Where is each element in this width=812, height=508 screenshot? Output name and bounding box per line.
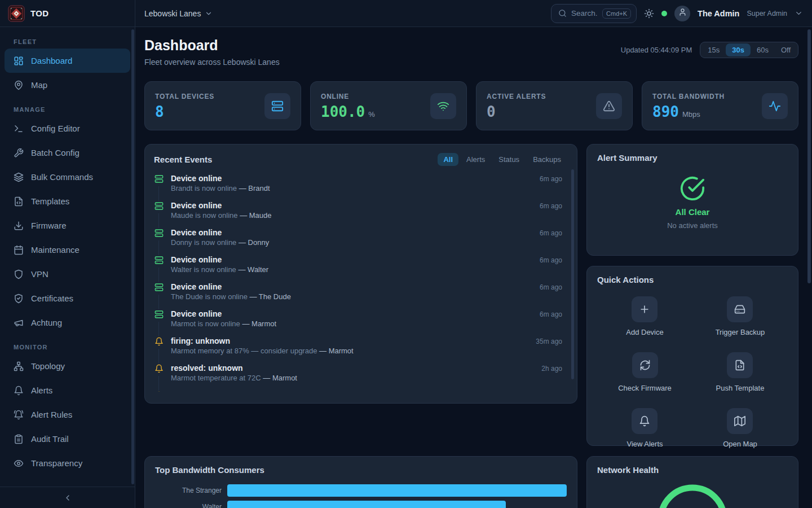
activity-icon: [762, 93, 788, 119]
event-description: Marmot is now online — Marmot: [171, 319, 276, 328]
quick-action-open-map[interactable]: Open Map: [723, 408, 757, 448]
network-health-title: Network Health: [597, 465, 659, 475]
stat-label: TOTAL DEVICES: [155, 93, 214, 100]
refresh-option-15s[interactable]: 15s: [701, 43, 726, 56]
event-row[interactable]: Device online 6m ago Maude is now online…: [154, 201, 569, 228]
stat-label: ACTIVE ALERTS: [487, 93, 546, 100]
event-row[interactable]: Device online 6m ago The Dude is now onl…: [154, 282, 569, 309]
events-list: Device online 6m ago Brandt is now onlin…: [154, 174, 569, 392]
quick-action-push-template[interactable]: Push Template: [716, 352, 765, 392]
refresh-option-30s[interactable]: 30s: [726, 43, 751, 56]
bell-ring-icon: [14, 410, 24, 420]
sidebar-item-firmware[interactable]: Firmware: [5, 213, 130, 238]
refresh-interval-control: 15s 30s 60s Off: [700, 42, 798, 58]
sidebar-item-batch-config[interactable]: Batch Config: [5, 141, 130, 165]
sidebar-item-label: Templates: [31, 196, 69, 206]
stat-label: TOTAL BANDWIDTH: [652, 93, 725, 100]
event-row[interactable]: firing: unknown 35m ago Marmot memory at…: [154, 336, 569, 364]
event-time: 6m ago: [540, 310, 562, 318]
recent-events-title: Recent Events: [154, 155, 212, 164]
theme-toggle-sun-icon[interactable]: [644, 8, 654, 19]
events-tab-alerts[interactable]: Alerts: [461, 153, 491, 166]
event-row[interactable]: Device online 6m ago Marmot is now onlin…: [154, 309, 569, 336]
quick-action-label: Trigger Backup: [716, 328, 765, 336]
terminal-icon: [14, 124, 24, 134]
network-health-panel: Network Health 100: [586, 456, 798, 508]
event-time: 35m ago: [536, 338, 562, 345]
sidebar-item-label: Dashboard: [31, 56, 72, 65]
sidebar-scrollbar[interactable]: [131, 29, 134, 484]
sidebar-item-label: Maintenance: [31, 245, 80, 255]
check-circle-icon: [679, 176, 705, 202]
user-menu-chevron-down-icon[interactable]: [795, 9, 803, 17]
sidebar-item-achtung[interactable]: Achtung: [5, 310, 130, 335]
event-row[interactable]: Device online 6m ago Brandt is now onlin…: [154, 174, 569, 201]
event-title: Device online: [171, 201, 222, 210]
quick-action-label: View Alerts: [626, 440, 663, 448]
event-description: Marmot temperature at 72C — Marmot: [171, 374, 297, 382]
server-icon: [155, 256, 164, 265]
sidebar-item-audit-trail[interactable]: Audit Trail: [5, 427, 130, 451]
events-tab-status[interactable]: Status: [493, 153, 525, 166]
event-row[interactable]: Device online 6m ago Walter is now onlin…: [154, 255, 569, 282]
quick-action-view-alerts[interactable]: View Alerts: [626, 408, 663, 448]
sidebar: FLEET Dashboard Map MANAGE: [0, 27, 135, 508]
bell-icon: [632, 408, 657, 434]
sidebar-item-transparency[interactable]: Transparency: [5, 451, 130, 475]
events-scrollbar[interactable]: [571, 169, 574, 379]
sidebar-collapse-chevron-left-icon[interactable]: [63, 493, 72, 502]
wrench-icon: [14, 148, 24, 158]
refresh-icon: [632, 352, 658, 378]
events-tab-backups[interactable]: Backups: [527, 153, 567, 166]
sidebar-item-vpn[interactable]: VPN: [5, 262, 130, 286]
org-selector[interactable]: Lebowski Lanes: [144, 9, 213, 18]
sidebar-footer: [0, 487, 135, 508]
event-description: Maude is now online — Maude: [171, 211, 272, 220]
sidebar-item-alerts[interactable]: Alerts: [5, 378, 130, 402]
events-tab-all[interactable]: All: [438, 153, 458, 166]
event-title: Device online: [171, 282, 222, 291]
event-device-name: — Marmot: [263, 374, 297, 382]
pin-icon: [14, 80, 24, 90]
recent-events-panel: Recent Events All Alerts Status Backups: [144, 144, 577, 404]
sidebar-item-label: Transparency: [31, 458, 82, 468]
sidebar-item-maintenance[interactable]: Maintenance: [5, 238, 130, 262]
sidebar-item-label: Bulk Commands: [31, 172, 93, 182]
quick-action-trigger-backup[interactable]: Trigger Backup: [716, 296, 765, 336]
search-box[interactable]: Cmd+K: [551, 4, 637, 23]
bandwidth-bar: [227, 484, 567, 497]
page-header-left: Dashboard Fleet overview across Lebowski…: [144, 37, 280, 67]
stat-cards: TOTAL DEVICES 8 ONLINE 100.0 %: [144, 81, 798, 130]
avatar[interactable]: [674, 6, 690, 21]
sidebar-item-map[interactable]: Map: [5, 73, 130, 97]
event-row[interactable]: resolved: unknown 4h ago: [154, 391, 569, 392]
search-input[interactable]: [571, 9, 598, 17]
stat-card-total-bandwidth: TOTAL BANDWIDTH 890 Mbps: [642, 81, 798, 130]
server-icon: [155, 174, 164, 183]
sidebar-item-bulk-commands[interactable]: Bulk Commands: [5, 165, 130, 189]
sidebar-item-dashboard[interactable]: Dashboard: [5, 49, 130, 73]
event-row[interactable]: resolved: unknown 2h ago Marmot temperat…: [154, 364, 569, 391]
sidebar-item-certificates[interactable]: Certificates: [5, 286, 130, 310]
brand-area: TOD: [0, 0, 135, 27]
alert-detail-text: No active alerts: [667, 221, 718, 230]
chevron-down-icon: [205, 10, 213, 17]
org-selector-label: Lebowski Lanes: [144, 9, 201, 18]
sidebar-item-alert-rules[interactable]: Alert Rules: [5, 402, 130, 427]
sidebar-item-topology[interactable]: Topology: [5, 354, 130, 378]
sidebar-item-config-editor[interactable]: Config Editor: [5, 116, 130, 141]
bandwidth-bar: [227, 501, 506, 508]
grid-icon: [14, 56, 24, 66]
event-description: Brandt is now online — Brandt: [171, 184, 270, 192]
sidebar-item-label: Config Editor: [31, 124, 80, 133]
sidebar-item-templates[interactable]: Templates: [5, 189, 130, 213]
main-scrollbar[interactable]: [807, 29, 811, 283]
quick-action-label: Check Firmware: [618, 384, 672, 392]
quick-action-check-firmware[interactable]: Check Firmware: [618, 352, 672, 392]
event-row[interactable]: Device online 6m ago Donny is now online…: [154, 228, 569, 255]
quick-action-add-device[interactable]: Add Device: [626, 296, 663, 336]
stat-label: ONLINE: [321, 93, 375, 100]
refresh-option-60s[interactable]: 60s: [751, 43, 775, 56]
refresh-option-off[interactable]: Off: [775, 43, 797, 56]
page-header: Dashboard Fleet overview across Lebowski…: [144, 37, 798, 67]
